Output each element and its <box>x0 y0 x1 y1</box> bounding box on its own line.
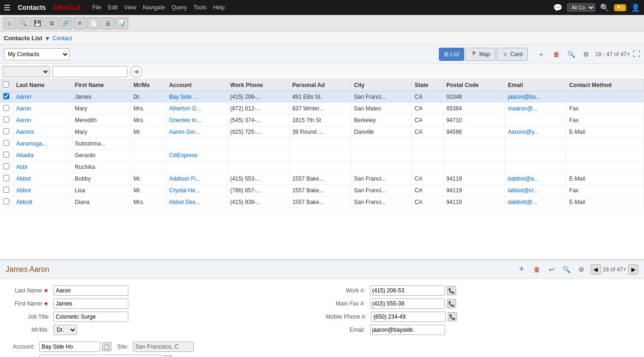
row-checkbox[interactable] <box>3 163 9 169</box>
col-mrms[interactable]: Mr/Ms <box>130 80 166 91</box>
row-account[interactable] <box>166 138 228 150</box>
row-account[interactable]: Atherton G... <box>166 103 228 115</box>
menu-tools[interactable]: Tools <box>193 4 207 11</box>
org-selector[interactable]: All Co <box>567 3 595 12</box>
expand-btn[interactable]: ⛶ <box>633 50 640 58</box>
site-input[interactable] <box>133 342 194 352</box>
table-row[interactable]: Aarons Mary Mr. Aaron-Jon... (925) 725-.… <box>0 126 644 138</box>
row-email[interactable]: labbot@cr... <box>505 185 566 197</box>
toolbar-copy-btn[interactable]: ⧉ <box>45 17 58 29</box>
row-checkbox[interactable] <box>3 198 9 204</box>
row-last-name[interactable]: Aarumuga... <box>13 138 72 150</box>
table-row[interactable]: Abbot Lisa Mr. Crystal He... (786) 657-.… <box>0 185 644 197</box>
col-postal[interactable]: Postal Code <box>443 80 505 91</box>
row-email[interactable] <box>505 161 566 173</box>
table-row[interactable]: Aarumuga... Subrahma... <box>0 138 644 150</box>
job-title-input[interactable] <box>53 312 128 322</box>
col-first-name[interactable]: First Name <box>72 80 130 91</box>
row-checkbox-cell[interactable] <box>0 115 13 126</box>
filter-value-input[interactable] <box>52 66 127 77</box>
row-checkbox[interactable] <box>3 187 9 193</box>
row-checkbox-cell[interactable] <box>0 138 13 150</box>
row-checkbox[interactable] <box>3 140 9 146</box>
search-icon[interactable]: 🔍 <box>600 3 609 12</box>
row-account[interactable] <box>166 161 228 173</box>
col-last-name[interactable]: Last Name <box>13 80 72 91</box>
col-contact-method[interactable]: Contact Method <box>566 80 644 91</box>
row-account[interactable]: CitiExpress <box>166 150 228 161</box>
table-row[interactable]: Abbot Bobby Mr. Addison Fi... (415) 553-… <box>0 173 644 185</box>
col-work-phone[interactable]: Work Phone <box>227 80 289 91</box>
detail-add-btn[interactable]: + <box>516 263 528 276</box>
toolbar-link-btn[interactable]: 🔗 <box>59 17 72 29</box>
detail-next-btn[interactable]: ▶ <box>628 264 638 275</box>
detail-prev-btn[interactable]: ◀ <box>591 264 601 275</box>
account-input[interactable] <box>39 342 100 352</box>
select-all-checkbox[interactable] <box>3 81 9 87</box>
filter-field-select[interactable]: Last Name First Name <box>3 66 50 77</box>
row-last-name[interactable]: Abadia <box>13 150 72 161</box>
mrms-select[interactable]: Dr. Mr. Mrs. Ms. <box>53 325 77 335</box>
row-account[interactable]: Abbot Des... <box>166 197 228 208</box>
row-last-name[interactable]: Aarons <box>13 126 72 138</box>
breadcrumb-list[interactable]: Contacts List <box>4 35 42 42</box>
mobile-call-btn[interactable]: 📞 <box>448 312 457 321</box>
table-row[interactable]: Aaron Mary Mrs. Atherton G... (872) 612-… <box>0 103 644 115</box>
row-email[interactable] <box>505 138 566 150</box>
menu-query[interactable]: Query <box>171 4 187 11</box>
toolbar-save-btn[interactable]: 💾 <box>31 17 44 29</box>
col-state[interactable]: State <box>412 80 444 91</box>
toolbar-home-btn[interactable]: ⌂ <box>3 17 16 29</box>
table-row[interactable]: Abbi Ruchika <box>0 161 644 173</box>
menu-view[interactable]: View <box>124 4 136 11</box>
row-checkbox-cell[interactable] <box>0 173 13 185</box>
row-account[interactable]: Crystal He... <box>166 185 228 197</box>
last-name-input[interactable] <box>53 285 128 296</box>
row-email[interactable] <box>505 150 566 161</box>
row-checkbox[interactable] <box>3 105 9 111</box>
row-email[interactable] <box>505 115 566 126</box>
table-row[interactable]: Abbott Diana Mrs. Abbot Des... (415) 938… <box>0 197 644 208</box>
row-email[interactable]: Aarons@y... <box>505 126 566 138</box>
row-account[interactable]: Aaron-Jon... <box>166 126 228 138</box>
notification-badge[interactable]: ⚑1 <box>614 4 626 11</box>
mobile-phone-input[interactable] <box>371 312 446 322</box>
add-btn[interactable]: + <box>535 48 548 60</box>
main-fax-call-btn[interactable]: 📞 <box>447 299 456 308</box>
toolbar-chart-btn[interactable]: 📊 <box>115 17 128 29</box>
account-lookup-btn[interactable]: 📋 <box>102 342 111 351</box>
row-checkbox[interactable] <box>3 93 9 99</box>
table-row[interactable]: Aaron Meredith Mrs. Orientex In... (545)… <box>0 115 644 126</box>
col-personal-addr[interactable]: Personal Ad <box>289 80 351 91</box>
row-checkbox[interactable] <box>3 152 9 158</box>
toolbar-list-btn[interactable]: ≡ <box>73 17 86 29</box>
col-account[interactable]: Account <box>166 80 228 91</box>
contacts-filter-select[interactable]: My Contacts All Contacts <box>4 48 69 60</box>
row-account[interactable]: Orientex In... <box>166 115 228 126</box>
address-input[interactable] <box>39 355 161 357</box>
row-checkbox[interactable] <box>3 117 9 123</box>
row-checkbox-cell[interactable] <box>0 103 13 115</box>
row-email[interactable]: jaaron@ba... <box>505 91 566 103</box>
row-last-name[interactable]: Aaron <box>13 103 72 115</box>
row-checkbox-cell[interactable] <box>0 185 13 197</box>
map-view-btn[interactable]: 📍 Map <box>465 48 495 61</box>
row-checkbox-cell[interactable] <box>0 161 13 173</box>
toolbar-detail-btn[interactable]: 📄 <box>87 17 100 29</box>
row-checkbox-cell[interactable] <box>0 197 13 208</box>
row-checkbox[interactable] <box>3 175 9 181</box>
row-checkbox-cell[interactable] <box>0 150 13 161</box>
detail-delete-btn[interactable]: 🗑 <box>531 263 543 276</box>
row-last-name[interactable]: Aaron <box>13 91 72 103</box>
delete-btn[interactable]: 🗑 <box>550 48 563 60</box>
row-checkbox-cell[interactable] <box>0 126 13 138</box>
work-phone-input[interactable] <box>370 285 445 296</box>
menu-help[interactable]: Help <box>213 4 225 11</box>
col-city[interactable]: City <box>351 80 411 91</box>
first-name-input[interactable] <box>53 299 128 309</box>
table-row[interactable]: Abadia Gerardo CitiExpress <box>0 150 644 161</box>
row-last-name[interactable]: Abbot <box>13 173 72 185</box>
row-account[interactable]: Bay Side ... <box>166 91 228 103</box>
col-email[interactable]: Email <box>505 80 566 91</box>
row-last-name[interactable]: Abbi <box>13 161 72 173</box>
